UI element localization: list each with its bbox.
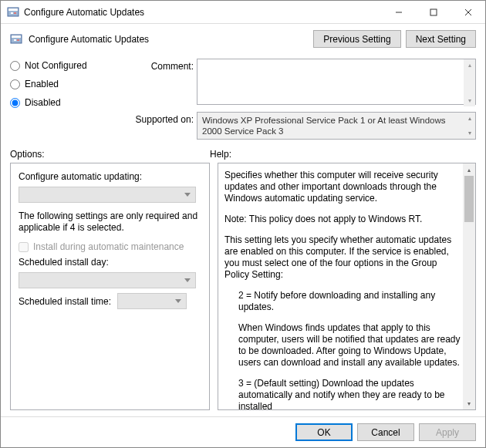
radio-enabled-label: Enabled [25, 79, 59, 89]
radio-disabled[interactable]: Disabled [10, 97, 133, 108]
policy-title: Configure Automatic Updates [29, 34, 309, 45]
options-note: The following settings are only required… [19, 211, 201, 234]
radio-not-configured[interactable]: Not Configured [10, 60, 133, 71]
help-text: When Windows finds updates that apply to… [224, 322, 461, 369]
radio-disabled-label: Disabled [25, 97, 61, 108]
svg-rect-2 [11, 12, 13, 14]
scroll-thumb[interactable] [464, 176, 474, 222]
state-radio-group: Not Configured Enabled Disabled [10, 59, 133, 140]
comment-scrollbar[interactable]: ▴▾ [464, 59, 475, 106]
titlebar: Configure Automatic Updates [1, 1, 485, 24]
supported-on-text: Windows XP Professional Service Pack 1 o… [202, 116, 446, 136]
svg-rect-10 [14, 39, 16, 41]
svg-rect-1 [8, 8, 18, 11]
radio-enabled-input[interactable] [10, 79, 20, 89]
footer: OK Cancel Apply [1, 416, 485, 447]
radio-enabled[interactable]: Enabled [10, 79, 133, 89]
maximize-button[interactable] [416, 1, 451, 23]
help-text: This setting lets you specify whether au… [224, 234, 461, 281]
options-label: Options: [10, 149, 210, 160]
cancel-button[interactable]: Cancel [357, 423, 414, 441]
install-maintenance-checkbox[interactable] [19, 242, 29, 252]
minimize-button[interactable] [381, 1, 416, 23]
panel-labels: Options: Help: [1, 143, 485, 163]
scroll-down-icon[interactable]: ▾ [463, 397, 475, 409]
sched-time-label: Scheduled install time: [19, 296, 111, 307]
help-text: Note: This policy does not apply to Wind… [224, 214, 461, 225]
radio-not-configured-label: Not Configured [25, 60, 87, 71]
help-panel: Specifies whether this computer will rec… [218, 163, 476, 410]
apply-button[interactable]: Apply [419, 423, 476, 441]
supported-scrollbar[interactable]: ▴▾ [464, 113, 475, 139]
supported-label: Supported on: [133, 112, 194, 125]
configure-updating-label: Configure automatic updating: [19, 171, 201, 182]
svg-rect-5 [430, 9, 437, 15]
comment-label: Comment: [133, 59, 194, 72]
configure-updating-dropdown[interactable] [19, 187, 196, 203]
policy-icon [10, 33, 22, 45]
radio-disabled-input[interactable] [10, 98, 20, 108]
radio-not-configured-input[interactable] [10, 61, 20, 71]
settings-row: Not Configured Enabled Disabled Comment:… [1, 54, 485, 143]
options-panel: Configure automatic updating: The follow… [10, 163, 210, 410]
next-setting-button[interactable]: Next Setting [406, 30, 476, 48]
install-maintenance-label: Install during automatic maintenance [33, 241, 184, 252]
help-text: 2 = Notify before downloading and instal… [224, 290, 461, 313]
panels: Configure automatic updating: The follow… [1, 163, 485, 416]
comment-block: Comment: ▴▾ Supported on: Windows XP Pro… [133, 59, 476, 140]
close-button[interactable] [451, 1, 485, 23]
help-text: Specifies whether this computer will rec… [224, 170, 461, 204]
help-text: 3 = (Default setting) Download the updat… [224, 378, 461, 410]
ok-button[interactable]: OK [295, 423, 353, 441]
previous-setting-button[interactable]: Previous Setting [313, 30, 400, 48]
supported-on-box: Windows XP Professional Service Pack 1 o… [197, 112, 476, 140]
help-label: Help: [210, 149, 231, 160]
help-scrollbar[interactable]: ▴ ▾ [463, 163, 475, 409]
comment-textarea[interactable] [197, 59, 476, 105]
window-title: Configure Automatic Updates [24, 7, 381, 18]
header: Configure Automatic Updates Previous Set… [1, 24, 485, 54]
svg-rect-11 [17, 39, 19, 41]
sched-day-dropdown[interactable] [19, 272, 196, 288]
sched-time-dropdown[interactable] [117, 293, 187, 309]
app-icon [7, 6, 19, 19]
dialog-window: Configure Automatic Updates Configure Au… [0, 0, 486, 448]
install-maintenance-checkbox-row[interactable]: Install during automatic maintenance [19, 241, 201, 252]
window-controls [381, 1, 485, 23]
svg-rect-3 [14, 12, 16, 14]
sched-day-label: Scheduled install day: [19, 257, 201, 268]
scroll-up-icon[interactable]: ▴ [463, 163, 475, 176]
svg-rect-9 [12, 35, 21, 38]
